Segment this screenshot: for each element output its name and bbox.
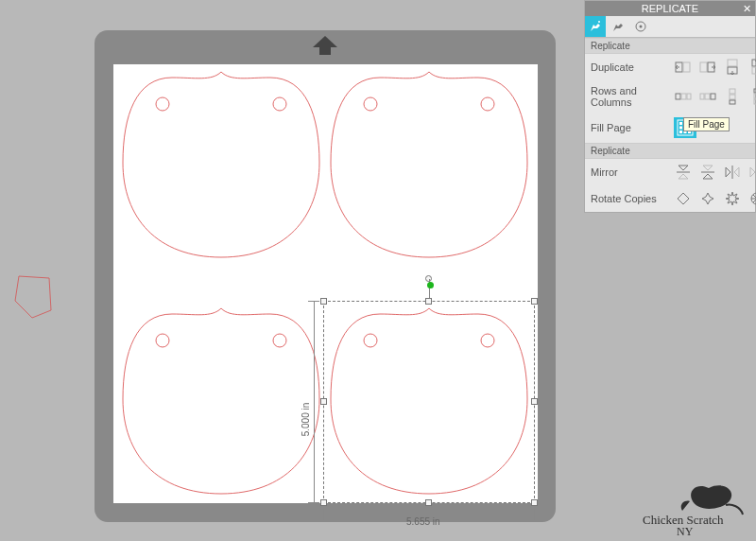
rotate-5-button[interactable] xyxy=(747,190,756,207)
duplicate-up-button[interactable] xyxy=(747,59,756,76)
svg-point-3 xyxy=(481,97,494,111)
cutting-mat: 5.655 in 5.000 in xyxy=(94,30,556,522)
width-dim-tick-l xyxy=(323,509,324,520)
resize-handle-bl[interactable] xyxy=(320,499,327,506)
svg-rect-12 xyxy=(683,62,690,72)
panel-tabs xyxy=(585,16,755,38)
svg-point-4 xyxy=(156,334,169,347)
svg-point-0 xyxy=(156,97,169,111)
width-dim-label: 5.655 in xyxy=(406,516,440,527)
svg-rect-34 xyxy=(688,122,691,125)
apple-shape-4[interactable] xyxy=(327,305,531,499)
section-header-2: Replicate xyxy=(585,143,755,159)
row-right-button[interactable] xyxy=(698,88,717,105)
duplicate-left-button[interactable] xyxy=(674,59,693,76)
duplicate-down-button[interactable] xyxy=(723,59,742,76)
duplicate-right-button[interactable] xyxy=(698,59,717,76)
svg-rect-20 xyxy=(681,94,686,99)
tab-advanced[interactable] xyxy=(608,16,628,37)
section-header-1: Replicate xyxy=(585,38,755,54)
label-mirror: Mirror xyxy=(591,166,674,178)
target-icon xyxy=(634,20,647,33)
rotation-center-dot[interactable] xyxy=(427,282,434,288)
panel-title: REPLICATE ✕ xyxy=(585,1,755,16)
wrench-sparkle-icon xyxy=(589,20,602,33)
label-fillpage: Fill Page xyxy=(591,122,674,133)
svg-rect-39 xyxy=(684,131,687,133)
svg-point-2 xyxy=(364,97,377,111)
height-dim-tick-t xyxy=(308,301,319,302)
resize-handle-tl[interactable] xyxy=(320,298,327,305)
row-mirror: Mirror xyxy=(585,159,755,185)
resize-handle-tr[interactable] xyxy=(531,298,538,305)
label-rotate: Rotate Copies xyxy=(591,193,674,204)
svg-point-7 xyxy=(481,334,494,347)
offcanvas-shape[interactable] xyxy=(13,274,53,320)
svg-rect-18 xyxy=(752,67,756,74)
col-down-button[interactable] xyxy=(723,88,742,105)
svg-rect-27 xyxy=(730,100,735,104)
watermark-line2: NY xyxy=(677,525,694,535)
cut-area[interactable]: 5.655 in 5.000 in xyxy=(113,64,538,503)
svg-point-6 xyxy=(364,334,377,347)
panel-close-icon[interactable]: ✕ xyxy=(743,3,751,15)
svg-rect-23 xyxy=(705,94,710,99)
svg-rect-33 xyxy=(684,122,687,125)
svg-point-8 xyxy=(598,21,600,23)
row-rotate: Rotate Copies xyxy=(585,185,755,212)
resize-handle-r[interactable] xyxy=(531,398,538,405)
label-rowscols: Rows and Columns xyxy=(591,85,674,108)
tab-object[interactable] xyxy=(630,16,651,37)
tab-basic[interactable] xyxy=(585,16,606,37)
height-dim-line xyxy=(314,301,315,503)
width-dim-line xyxy=(323,515,535,515)
canvas-workspace[interactable]: 5.655 in 5.000 in xyxy=(0,0,584,541)
resize-handle-br[interactable] xyxy=(531,499,538,506)
panel-title-text: REPLICATE xyxy=(642,3,698,14)
replicate-panel: REPLICATE ✕ Replicate Duplicate Rows and… xyxy=(584,0,756,213)
rotate-2-button[interactable] xyxy=(698,190,717,207)
svg-rect-35 xyxy=(679,127,682,130)
row-left-button[interactable] xyxy=(674,88,693,105)
svg-rect-13 xyxy=(700,62,707,72)
label-duplicate: Duplicate xyxy=(591,61,674,73)
svg-point-1 xyxy=(273,97,286,111)
apple-shape-2[interactable] xyxy=(327,68,531,263)
mirror-up-button[interactable] xyxy=(698,164,717,181)
rotate-3-button[interactable] xyxy=(723,190,742,207)
svg-rect-38 xyxy=(679,131,682,133)
wrench-icon xyxy=(611,20,625,33)
resize-handle-t[interactable] xyxy=(425,298,432,305)
svg-rect-21 xyxy=(687,94,691,99)
row-rowscols: Rows and Columns xyxy=(585,80,755,113)
mirror-right-button[interactable] xyxy=(747,164,756,181)
row-duplicate: Duplicate xyxy=(585,54,755,80)
svg-point-5 xyxy=(273,334,286,347)
width-dim-tick-r xyxy=(534,509,535,520)
grid-icon xyxy=(677,119,694,136)
svg-point-10 xyxy=(640,26,643,28)
svg-rect-15 xyxy=(728,60,737,66)
apple-shape-1[interactable] xyxy=(119,68,323,263)
watermark: Chicken Scratch NY xyxy=(641,480,745,535)
svg-rect-32 xyxy=(679,122,682,125)
apple-shape-3[interactable] xyxy=(119,305,323,499)
rotate-1-button[interactable] xyxy=(674,190,693,207)
mirror-down-button[interactable] xyxy=(674,164,693,181)
height-dim-label: 5.000 in xyxy=(301,403,311,437)
fill-page-button[interactable] xyxy=(674,117,696,138)
resize-handle-b[interactable] xyxy=(425,499,432,506)
height-dim-tick-b xyxy=(308,502,319,503)
svg-rect-36 xyxy=(684,127,687,130)
svg-rect-40 xyxy=(688,131,691,133)
mirror-left-button[interactable] xyxy=(723,164,742,181)
row-fillpage: Fill Page xyxy=(585,113,755,143)
svg-rect-25 xyxy=(730,89,735,94)
rotate-handle[interactable] xyxy=(425,275,432,282)
svg-rect-24 xyxy=(711,94,715,99)
svg-rect-19 xyxy=(676,94,680,99)
svg-rect-22 xyxy=(700,94,704,99)
svg-rect-37 xyxy=(688,127,691,130)
svg-rect-26 xyxy=(730,95,735,99)
col-up-button[interactable] xyxy=(747,88,756,105)
